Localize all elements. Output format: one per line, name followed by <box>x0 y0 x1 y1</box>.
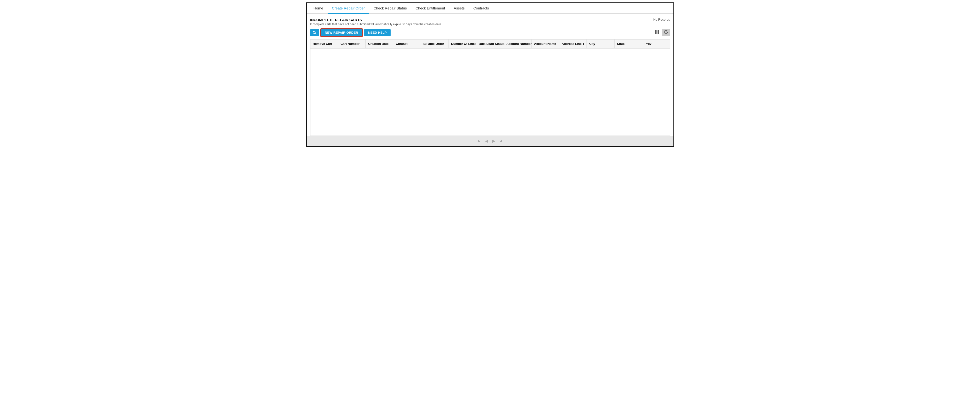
pagination-last-button[interactable]: ⏭ <box>498 139 505 144</box>
toolbar: NEW REPAIR ORDER NEED HELP <box>310 28 670 37</box>
table-header: Remove CartCart NumberCreation DateConta… <box>310 40 670 48</box>
col-header-state: State <box>614 40 642 48</box>
col-header-address-line-1: Address Line 1 <box>559 40 587 48</box>
table-empty-row <box>310 48 670 136</box>
table-header-row: Remove CartCart NumberCreation DateConta… <box>310 40 670 48</box>
col-header-billable-order: Billable Order <box>421 40 449 48</box>
nav-tab-contracts[interactable]: Contracts <box>469 3 493 14</box>
col-header-city: City <box>587 40 614 48</box>
need-help-button[interactable]: NEED HELP <box>364 29 391 36</box>
columns-button[interactable] <box>654 29 660 36</box>
repair-carts-table: Remove CartCart NumberCreation DateConta… <box>310 40 670 136</box>
nav-tab-create-repair-order[interactable]: Create Repair Order <box>328 3 369 14</box>
svg-line-1 <box>315 33 316 34</box>
main-content: INCOMPLETE REPAIR CARTS Incomplete carts… <box>307 14 673 136</box>
table-wrapper: Remove CartCart NumberCreation DateConta… <box>310 39 670 136</box>
col-header-prov: Prov <box>642 40 670 48</box>
search-icon <box>313 31 317 35</box>
toolbar-right <box>654 29 670 36</box>
svg-rect-3 <box>657 30 657 34</box>
svg-rect-2 <box>655 30 656 34</box>
col-header-remove-cart: Remove Cart <box>310 40 338 48</box>
col-header-account-number: Account Number <box>504 40 531 48</box>
app-container: HomeCreate Repair OrderCheck Repair Stat… <box>306 2 674 147</box>
nav-tab-home[interactable]: Home <box>309 3 328 14</box>
pagination-prev-button[interactable]: ◀ <box>484 138 489 144</box>
section-header: INCOMPLETE REPAIR CARTS Incomplete carts… <box>310 18 670 26</box>
col-header-number-of-lines: Number Of Lines <box>449 40 476 48</box>
section-subtitle: Incomplete carts that have not been subm… <box>310 22 442 26</box>
nav-tab-assets[interactable]: Assets <box>449 3 469 14</box>
col-header-account-name: Account Name <box>531 40 559 48</box>
new-repair-order-button[interactable]: NEW REPAIR ORDER <box>320 28 363 37</box>
refresh-button[interactable] <box>662 29 670 36</box>
nav-tab-check-repair-status[interactable]: Check Repair Status <box>369 3 411 14</box>
pagination-first-button[interactable]: ⏮ <box>476 139 482 144</box>
columns-icon <box>655 30 659 34</box>
col-header-creation-date: Creation Date <box>366 40 393 48</box>
section-header-left: INCOMPLETE REPAIR CARTS Incomplete carts… <box>310 18 442 26</box>
pagination-next-button[interactable]: ▶ <box>491 138 496 144</box>
refresh-icon <box>664 30 668 34</box>
nav-tab-check-entitlement[interactable]: Check Entitlement <box>411 3 449 14</box>
col-header-bulk-load-status: Bulk Load Status <box>476 40 504 48</box>
section-title: INCOMPLETE REPAIR CARTS <box>310 18 442 22</box>
pagination-bar: ⏮ ◀ ▶ ⏭ <box>307 136 673 146</box>
col-header-contact: Contact <box>393 40 421 48</box>
col-header-cart-number: Cart Number <box>338 40 366 48</box>
table-empty-cell <box>310 48 670 136</box>
table-body <box>310 48 670 136</box>
svg-point-0 <box>313 31 315 34</box>
search-button[interactable] <box>310 29 319 36</box>
svg-rect-4 <box>658 30 659 34</box>
no-records-label: No Records <box>653 18 670 21</box>
navigation: HomeCreate Repair OrderCheck Repair Stat… <box>307 3 673 14</box>
